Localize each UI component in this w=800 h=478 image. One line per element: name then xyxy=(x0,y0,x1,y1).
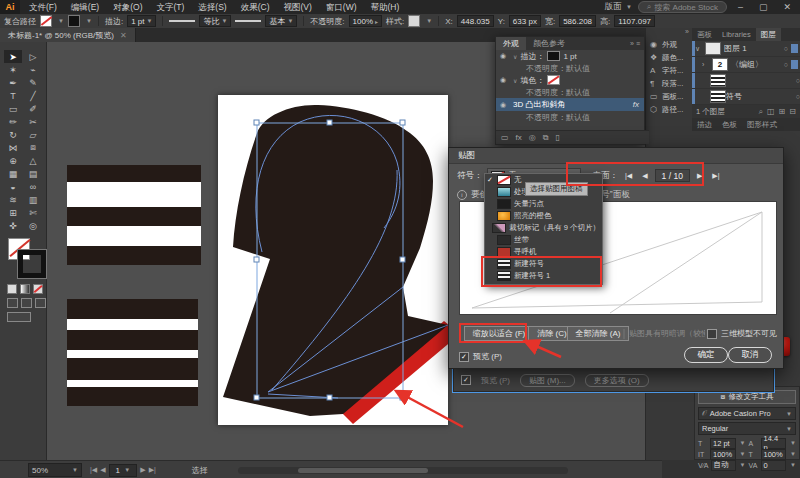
stroke-swatch[interactable] xyxy=(18,250,46,278)
tab-graphic-styles[interactable]: 图形样式 xyxy=(742,118,782,131)
layer-row[interactable]: 新... ○ xyxy=(692,73,800,89)
curvature-tool[interactable]: ✎ xyxy=(24,76,42,89)
eraser-tool[interactable]: ✂ xyxy=(24,115,42,128)
zoom-tool[interactable]: ◎ xyxy=(24,219,42,232)
appearance-footer-icon[interactable]: ◎ xyxy=(529,133,536,142)
appearance-footer-icon[interactable]: ▭ xyxy=(501,133,509,142)
rectangle-tool[interactable]: ▭ xyxy=(4,102,22,115)
cancel-button[interactable]: 取消 xyxy=(728,347,772,363)
layer-row[interactable]: › 2 〈编组〉 ○ xyxy=(692,57,800,73)
fx-icon[interactable]: fx xyxy=(633,100,644,109)
eye-icon[interactable]: ◉ xyxy=(500,76,510,84)
workspace-switcher[interactable]: 版面 ▼ xyxy=(605,1,632,13)
preview-checkbox[interactable]: ✓预览 (P) xyxy=(459,351,502,362)
prev-surface-button[interactable]: ◀ xyxy=(639,172,650,180)
stock-search-input[interactable]: ⌕搜索 Adobe Stock xyxy=(638,1,727,13)
pen-tool[interactable]: ✒ xyxy=(4,76,22,89)
character-field[interactable]: T 100% ▼ xyxy=(749,449,797,459)
appearance-row-stroke[interactable]: ◉∨ 描边： 1 pt xyxy=(496,50,644,62)
menu-item[interactable]: 视图(V) xyxy=(277,0,319,14)
appearance-row-fill[interactable]: ◉∨ 填色： xyxy=(496,74,644,86)
fill-none-swatch-small[interactable] xyxy=(547,75,560,85)
layers-footer-icon[interactable]: ◫ xyxy=(767,107,775,117)
target-icon[interactable]: ○ xyxy=(784,61,788,68)
screen-mode-button[interactable] xyxy=(7,312,31,322)
magic-wand-tool[interactable]: ✶ xyxy=(4,63,22,76)
tab-layers[interactable]: 图层 xyxy=(756,28,781,41)
dock-panel-button[interactable]: ❖ 颜色... xyxy=(646,51,693,64)
checkbox-checked[interactable]: ✓ xyxy=(461,375,471,385)
artboard-tool[interactable]: ⊞ xyxy=(4,206,22,219)
blend-tool[interactable]: ∞ xyxy=(24,180,42,193)
menu-item[interactable]: 帮助(H) xyxy=(364,0,407,14)
mesh-tool[interactable]: ▦ xyxy=(4,167,22,180)
close-tab-icon[interactable]: ✕ xyxy=(120,31,127,40)
fill-none-swatch[interactable] xyxy=(40,15,52,27)
selection-tool[interactable]: ➤ xyxy=(4,50,22,63)
target-icon[interactable]: ○ xyxy=(784,45,788,52)
dock-panel-button[interactable]: ▭ 画板... xyxy=(646,90,693,103)
dock-panel-button[interactable]: ◉ 外观 xyxy=(646,38,693,51)
scale-tool[interactable]: ▱ xyxy=(24,128,42,141)
menu-item[interactable]: 编辑(E) xyxy=(64,0,106,14)
more-options-button[interactable]: 更多选项 (O) xyxy=(585,374,649,387)
tab-libraries[interactable]: Libraries xyxy=(717,28,756,41)
clear-all-button[interactable]: 全部清除 (A) xyxy=(567,326,629,341)
character-field[interactable]: VA 0 ▼ xyxy=(749,460,797,470)
dock-panel-button[interactable]: ¶ 段落... xyxy=(646,77,693,90)
invisible-geometry-checkbox[interactable]: 三维模型不可见 xyxy=(707,328,777,339)
stroke-color-swatch[interactable] xyxy=(68,15,80,27)
gradient-tool[interactable]: ▤ xyxy=(24,167,42,180)
document-tab[interactable]: 未标题-1* @ 50% (RGB/预览) ✕ xyxy=(0,28,136,42)
width-field[interactable]: 586.208 xyxy=(559,15,596,27)
brush-select[interactable]: 基本▼ xyxy=(265,15,297,27)
direct-selection-tool[interactable]: ▷ xyxy=(24,50,42,63)
symbol-dropdown-item[interactable]: 新建符号 1 xyxy=(485,270,602,282)
type-tool[interactable]: T xyxy=(4,89,22,102)
color-button[interactable] xyxy=(7,284,17,294)
last-surface-button[interactable]: ▶| xyxy=(709,172,722,180)
expand-panels-icon[interactable]: » xyxy=(646,28,693,38)
last-artboard-button[interactable]: ▶| xyxy=(149,466,156,474)
tab-color-guide[interactable]: 颜色参考 xyxy=(526,37,572,50)
zoom-level-select[interactable]: 50%▼ xyxy=(28,463,82,477)
prev-artboard-button[interactable]: ◀ xyxy=(100,466,105,474)
tab-swatches[interactable]: 色板 xyxy=(717,118,742,131)
layers-footer-icon[interactable]: ⊞ xyxy=(779,107,786,117)
width-tool[interactable]: ⋈ xyxy=(4,141,22,154)
tab-artboards[interactable]: 画板 xyxy=(692,28,717,41)
shape-builder-tool[interactable]: ⊕ xyxy=(4,154,22,167)
scale-to-fit-button[interactable]: 缩放以适合 (F) xyxy=(464,326,534,341)
appearance-row-3d-effect[interactable]: ◉ 3D 凸出和斜角 fx xyxy=(496,98,644,111)
style-swatch[interactable] xyxy=(408,15,420,27)
fill-stroke-indicator[interactable] xyxy=(8,238,40,278)
first-surface-button[interactable]: |◀ xyxy=(622,172,635,180)
appearance-row-opacity[interactable]: 不透明度：默认值 xyxy=(496,86,644,98)
gradient-button[interactable] xyxy=(20,284,30,294)
ok-button[interactable]: 确定 xyxy=(684,347,728,363)
layer-row[interactable]: ∨ 图层 1 ○ xyxy=(692,41,800,57)
none-button[interactable] xyxy=(33,284,43,294)
target-icon[interactable]: ○ xyxy=(796,93,800,100)
line-tool[interactable]: ╱ xyxy=(24,89,42,102)
symbol-dropdown-item[interactable]: 寻呼机 xyxy=(485,246,602,258)
target-icon[interactable]: ○ xyxy=(796,77,800,84)
profile-select[interactable]: 等比▼ xyxy=(199,15,231,27)
slice-tool[interactable]: ✄ xyxy=(24,206,42,219)
menu-item[interactable]: 效果(C) xyxy=(234,0,277,14)
opacity-field[interactable]: 100%▸ xyxy=(349,15,382,27)
dialog-title[interactable]: 贴图 xyxy=(449,148,783,164)
column-graph-tool[interactable]: ▥ xyxy=(24,193,42,206)
appearance-footer-icon[interactable]: fx xyxy=(516,133,522,142)
free-transform-tool[interactable]: ⧈ xyxy=(24,141,42,154)
first-artboard-button[interactable]: |◀ xyxy=(90,466,97,474)
character-field[interactable]: IT 100% ▼ xyxy=(698,449,746,459)
symbol-sprayer-tool[interactable]: ≋ xyxy=(4,193,22,206)
layer-row[interactable]: 新建符号 ○ xyxy=(692,89,800,105)
minimize-button[interactable]: – xyxy=(733,2,748,12)
horizontal-scrollbar[interactable] xyxy=(238,467,568,474)
tab-appearance[interactable]: 外观 xyxy=(496,37,526,50)
hand-tool[interactable]: ✜ xyxy=(4,219,22,232)
panel-menu-icon[interactable]: » ≡ xyxy=(630,40,644,47)
tab-stroke[interactable]: 描边 xyxy=(692,118,717,131)
